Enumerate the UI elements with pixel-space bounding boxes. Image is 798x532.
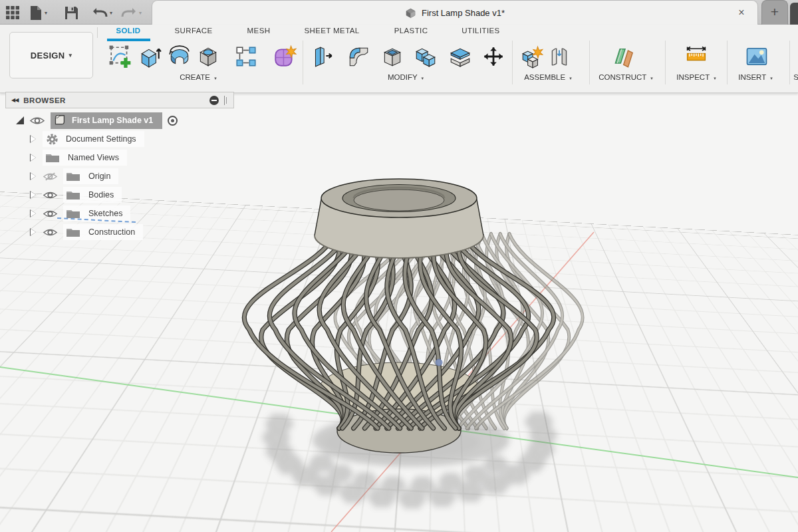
eye-icon[interactable] bbox=[43, 190, 58, 200]
tab-plastic[interactable]: PLASTIC bbox=[389, 27, 433, 39]
tree-row-root[interactable]: First Lamp Shade v1 bbox=[16, 112, 178, 129]
construction-plane-icon bbox=[612, 44, 638, 69]
eye-off-icon[interactable] bbox=[43, 172, 58, 182]
new-tab-button[interactable]: + bbox=[761, 0, 788, 25]
measure-button[interactable] bbox=[682, 41, 711, 72]
activate-component-radio[interactable] bbox=[168, 116, 178, 126]
tab-utilities[interactable]: UTILITIES bbox=[458, 27, 504, 39]
tab-surface[interactable]: SURFACE bbox=[170, 27, 217, 39]
browser-title: BROWSER bbox=[23, 96, 66, 104]
joint-button[interactable] bbox=[545, 41, 574, 72]
inspect-group-label[interactable]: INSPECT ▾ bbox=[676, 73, 716, 81]
close-tab-icon[interactable]: × bbox=[735, 6, 748, 19]
tree-row-document-settings[interactable]: Document Settings bbox=[31, 130, 144, 148]
modify-group-text: MODIFY bbox=[388, 73, 418, 81]
panel-grip[interactable] bbox=[224, 96, 225, 105]
create-group-label[interactable]: CREATE ▾ bbox=[180, 73, 217, 81]
collapsed-arrow-icon[interactable] bbox=[31, 154, 36, 161]
tree-row-named-views[interactable]: Named Views bbox=[31, 149, 127, 166]
assemble-group-label[interactable]: ASSEMBLE ▾ bbox=[524, 73, 572, 81]
tree-label: Bodies bbox=[88, 190, 114, 200]
divider bbox=[727, 41, 728, 84]
folder-icon bbox=[66, 190, 80, 200]
collapsed-arrow-icon[interactable] bbox=[31, 173, 36, 180]
split-body-icon bbox=[448, 45, 472, 68]
expand-arrow-icon[interactable] bbox=[16, 116, 24, 124]
revolve-button[interactable] bbox=[165, 41, 194, 72]
create-form-button[interactable] bbox=[270, 41, 299, 72]
construction-plane-button[interactable] bbox=[610, 41, 640, 72]
fillet-icon bbox=[346, 45, 370, 68]
eye-icon[interactable] bbox=[29, 116, 45, 126]
document-tab[interactable]: First Lamp Shade v1* × bbox=[152, 0, 758, 25]
collapsed-arrow-icon[interactable] bbox=[31, 210, 36, 217]
measure-icon bbox=[684, 44, 709, 69]
construct-group-caret: ▾ bbox=[650, 76, 653, 80]
collapsed-arrow-icon[interactable] bbox=[31, 192, 36, 198]
tab-mesh[interactable]: MESH bbox=[241, 27, 277, 39]
app-grid-icon[interactable] bbox=[5, 5, 20, 21]
press-pull-button[interactable] bbox=[307, 41, 336, 72]
folder-icon bbox=[66, 227, 80, 237]
modify-group-caret: ▾ bbox=[422, 76, 424, 80]
create-sketch-button[interactable] bbox=[106, 41, 135, 72]
create-form-icon bbox=[273, 45, 297, 68]
collapsed-arrow-icon[interactable] bbox=[31, 229, 36, 235]
modify-group-label[interactable]: MODIFY ▾ bbox=[388, 73, 424, 81]
workspace-selector[interactable]: DESIGN ▾ bbox=[9, 32, 93, 78]
tree-label: Sketches bbox=[88, 209, 122, 218]
undo-caret[interactable]: ▾ bbox=[110, 10, 112, 16]
construct-group-label[interactable]: CONSTRUCT ▾ bbox=[598, 73, 653, 81]
combine-button[interactable] bbox=[411, 41, 440, 72]
extrude-icon bbox=[138, 45, 162, 68]
tab-sheet-metal[interactable]: SHEET METAL bbox=[299, 27, 364, 39]
rectangular-pattern-icon bbox=[234, 45, 258, 68]
construct-group-text: CONSTRUCT bbox=[598, 73, 646, 81]
hide-all-icon[interactable] bbox=[209, 96, 219, 105]
window-chrome: ▾ ▾ ▾ First Lamp Shade v1* × + bbox=[0, 0, 798, 25]
tab-solid[interactable]: SOLID bbox=[106, 27, 150, 39]
rectangular-pattern-button[interactable] bbox=[231, 41, 261, 72]
tree-row-construction[interactable]: Construction bbox=[31, 223, 143, 241]
eye-icon[interactable] bbox=[43, 227, 58, 237]
move-copy-button[interactable] bbox=[479, 41, 508, 72]
collapse-panel-icon[interactable]: ◀◀ bbox=[11, 97, 18, 103]
divider bbox=[97, 27, 98, 38]
extrude-button[interactable] bbox=[136, 41, 165, 72]
tree-label: Construction bbox=[88, 227, 135, 237]
file-menu-button[interactable]: ▾ bbox=[29, 5, 47, 21]
tree-row-origin[interactable]: Origin bbox=[31, 168, 118, 185]
create-group-caret: ▾ bbox=[214, 76, 217, 80]
eye-icon[interactable] bbox=[43, 209, 58, 219]
canvas-image-icon bbox=[744, 44, 769, 69]
redo-button[interactable]: ▾ bbox=[121, 5, 142, 21]
new-component-icon bbox=[520, 45, 544, 68]
canvas-image-button[interactable] bbox=[742, 41, 771, 72]
fusion360-window: ▾ ▾ ▾ First Lamp Shade v1* × + DESIGN bbox=[0, 0, 798, 532]
save-button[interactable] bbox=[65, 5, 78, 21]
insert-group-caret: ▾ bbox=[770, 76, 773, 80]
fillet-button[interactable] bbox=[344, 41, 373, 72]
hole-icon bbox=[196, 45, 220, 68]
combine-icon bbox=[414, 45, 438, 68]
document-cube-icon bbox=[405, 7, 416, 19]
undo-button[interactable]: ▾ bbox=[92, 5, 112, 21]
tree-row-bodies[interactable]: Bodies bbox=[31, 186, 122, 203]
shell-button[interactable] bbox=[378, 41, 407, 72]
collapsed-arrow-icon[interactable] bbox=[31, 136, 36, 142]
hole-button[interactable] bbox=[194, 41, 223, 72]
divider bbox=[789, 41, 790, 84]
split-body-button[interactable] bbox=[446, 41, 475, 72]
assemble-group-text: ASSEMBLE bbox=[524, 73, 565, 81]
select-group-label-partial[interactable]: S bbox=[793, 73, 798, 81]
browser-header[interactable]: ◀◀ BROWSER bbox=[5, 92, 234, 108]
background-tab[interactable] bbox=[790, 3, 798, 25]
divider bbox=[589, 41, 590, 84]
insert-group-label[interactable]: INSERT ▾ bbox=[738, 73, 772, 81]
divider bbox=[303, 41, 303, 84]
new-component-button[interactable] bbox=[517, 41, 547, 72]
joint-origin-point[interactable] bbox=[436, 359, 442, 366]
root-selection-chip[interactable]: First Lamp Shade v1 bbox=[51, 112, 162, 129]
assemble-group-caret: ▾ bbox=[569, 76, 572, 80]
tree-label: Document Settings bbox=[66, 134, 136, 144]
